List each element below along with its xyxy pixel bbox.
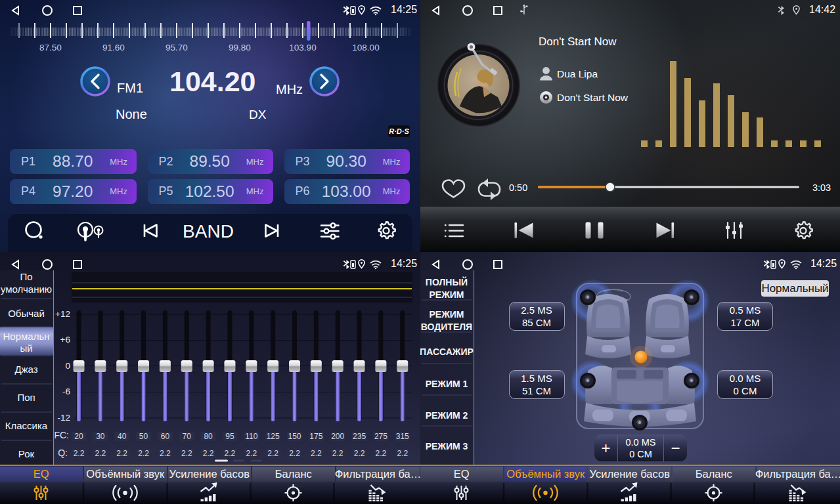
svg-text:2.2: 2.2 — [74, 449, 85, 458]
svg-text:+12: +12 — [55, 309, 70, 319]
svg-text:2.2: 2.2 — [181, 449, 192, 458]
svg-text:2.2: 2.2 — [354, 449, 365, 458]
svg-text:Don't Start Now: Don't Start Now — [557, 92, 629, 103]
svg-text:0: 0 — [65, 361, 70, 371]
svg-text:175: 175 — [309, 432, 322, 441]
svg-text:235: 235 — [353, 432, 366, 441]
svg-text:275: 275 — [374, 432, 387, 441]
svg-text:ПОЛНЫЙ: ПОЛНЫЙ — [426, 276, 468, 287]
svg-text:2.2: 2.2 — [116, 449, 127, 458]
svg-text:40: 40 — [118, 432, 127, 441]
svg-text:ый: ый — [20, 343, 32, 354]
svg-text:99.80: 99.80 — [229, 43, 251, 52]
svg-text:2.2: 2.2 — [138, 449, 149, 458]
svg-text:умолчанию: умолчанию — [1, 284, 52, 295]
svg-text:2.2: 2.2 — [246, 449, 257, 458]
svg-text:125: 125 — [267, 432, 280, 441]
svg-text:3:03: 3:03 — [812, 182, 831, 193]
svg-text:108.00: 108.00 — [352, 43, 379, 52]
svg-text:R·D·S: R·D·S — [389, 127, 409, 135]
svg-text:2.2: 2.2 — [225, 449, 236, 458]
svg-text:По: По — [20, 271, 32, 282]
svg-text:РЕЖИМ 2: РЕЖИМ 2 — [426, 410, 468, 421]
svg-text:РЕЖИМ: РЕЖИМ — [429, 309, 464, 320]
svg-text:-6: -6 — [62, 387, 70, 396]
svg-text:60: 60 — [161, 432, 170, 441]
svg-text:2.2: 2.2 — [160, 449, 171, 458]
svg-text:2.2: 2.2 — [332, 449, 343, 458]
svg-text:Don't Start Now: Don't Start Now — [539, 35, 617, 48]
svg-text:200: 200 — [331, 432, 344, 441]
svg-text:РЕЖИМ 1: РЕЖИМ 1 — [426, 379, 468, 389]
svg-text:0:50: 0:50 — [509, 182, 527, 193]
svg-text:РЕЖИМ 3: РЕЖИМ 3 — [426, 441, 468, 452]
svg-text:110: 110 — [245, 432, 257, 441]
svg-text:Нормальн: Нормальн — [3, 331, 49, 342]
svg-text:87.50: 87.50 — [39, 43, 62, 52]
svg-text:80: 80 — [204, 432, 213, 441]
svg-text:103.90: 103.90 — [289, 43, 316, 52]
svg-text:Поп: Поп — [17, 392, 35, 403]
svg-text:Q:: Q: — [58, 448, 68, 458]
svg-text:-12: -12 — [57, 413, 70, 423]
svg-text:ВОДИТЕЛЯ: ВОДИТЕЛЯ — [421, 322, 472, 332]
svg-text:20: 20 — [74, 432, 83, 441]
svg-text:ПАССАЖИР: ПАССАЖИР — [420, 346, 474, 357]
svg-text:2.2: 2.2 — [267, 449, 278, 458]
svg-text:Рок: Рок — [18, 448, 35, 459]
svg-text:50: 50 — [139, 432, 148, 441]
svg-text:+6: +6 — [60, 335, 70, 345]
svg-text:РЕЖИМ: РЕЖИМ — [429, 289, 464, 300]
svg-text:2.2: 2.2 — [289, 449, 300, 458]
svg-text:Обычай: Обычай — [8, 308, 45, 319]
svg-text:Джаз: Джаз — [14, 364, 37, 375]
svg-text:2.2: 2.2 — [95, 449, 106, 458]
svg-text:Классика: Классика — [5, 420, 48, 431]
svg-text:2.2: 2.2 — [397, 449, 408, 458]
svg-text:91.60: 91.60 — [102, 43, 125, 52]
svg-text:95: 95 — [225, 432, 234, 441]
svg-text:Dua Lipa: Dua Lipa — [557, 68, 598, 79]
svg-text:2.2: 2.2 — [203, 449, 214, 458]
svg-text:BAND: BAND — [183, 221, 234, 242]
svg-text:95.70: 95.70 — [166, 43, 188, 52]
svg-text:315: 315 — [396, 432, 409, 441]
svg-text:2.2: 2.2 — [376, 449, 387, 458]
svg-text:FC:: FC: — [54, 430, 69, 440]
svg-text:70: 70 — [183, 432, 192, 441]
svg-text:150: 150 — [288, 432, 301, 441]
svg-text:2.2: 2.2 — [311, 449, 322, 458]
svg-text:30: 30 — [96, 432, 105, 441]
